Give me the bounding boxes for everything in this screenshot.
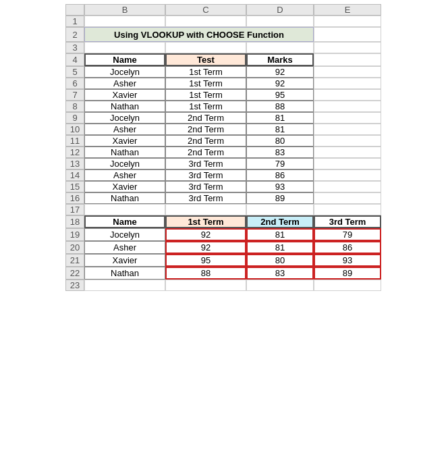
t1-marks-cell: 81 — [246, 112, 314, 124]
col-b: B — [84, 4, 165, 16]
row-13: 13 — [65, 158, 84, 169]
row-8: 8 — [65, 101, 84, 112]
t1-name-cell: Xavier — [84, 135, 165, 147]
row-7: 7 — [65, 89, 84, 101]
t1-name-cell: Xavier — [84, 89, 165, 101]
table-row: 19 Jocelyn 92 81 79 — [65, 228, 383, 241]
row-1: 1 — [65, 16, 84, 27]
table2-body: 19 Jocelyn 92 81 79 20 Asher 92 81 86 21… — [65, 228, 383, 280]
t2-name-cell: Nathan — [84, 267, 165, 280]
row-19: 19 — [65, 228, 84, 241]
row-10: 10 — [65, 124, 84, 135]
t1-test-cell: 3rd Term — [165, 181, 246, 192]
t1-col-name: Name — [84, 53, 165, 66]
t2-name-cell: Asher — [84, 241, 165, 254]
t2-val1-cell: 88 — [165, 267, 246, 280]
t1-marks-cell: 80 — [246, 135, 314, 147]
t2-val2-cell: 80 — [246, 254, 314, 267]
row-14: 14 — [65, 169, 84, 181]
t2-val2-cell: 81 — [246, 228, 314, 241]
t1-name-cell: Nathan — [84, 192, 165, 204]
table-row: 9 Jocelyn 2nd Term 81 — [65, 112, 383, 124]
row-6: 6 — [65, 78, 84, 89]
row-11: 11 — [65, 135, 84, 147]
t2-val1-cell: 95 — [165, 254, 246, 267]
corner-cell — [65, 4, 84, 16]
row-18: 18 — [65, 215, 84, 228]
t1-marks-cell: 89 — [246, 192, 314, 204]
table-row: 13 Jocelyn 3rd Term 79 — [65, 158, 383, 169]
t1-test-cell: 2nd Term — [165, 124, 246, 135]
t2-val2-cell: 81 — [246, 241, 314, 254]
t1-marks-cell: 93 — [246, 181, 314, 192]
t2-val3-cell: 89 — [314, 267, 381, 280]
table-row: 14 Asher 3rd Term 86 — [65, 169, 383, 181]
table-row: 8 Nathan 1st Term 88 — [65, 101, 383, 112]
t1-col-marks: Marks — [246, 53, 314, 66]
t1-marks-cell: 83 — [246, 147, 314, 158]
table-row: 22 Nathan 88 83 89 — [65, 267, 383, 280]
t1-name-cell: Jocelyn — [84, 158, 165, 169]
table-row: 21 Xavier 95 80 93 — [65, 254, 383, 267]
row-3: 3 — [65, 42, 84, 53]
t1-name-cell: Nathan — [84, 147, 165, 158]
t2-name-cell: Jocelyn — [84, 228, 165, 241]
row-16: 16 — [65, 192, 84, 204]
row-22: 22 — [65, 267, 84, 280]
row-2: 2 — [65, 27, 84, 42]
table-row: 15 Xavier 3rd Term 93 — [65, 181, 383, 192]
t1-name-cell: Asher — [84, 124, 165, 135]
t1-marks-cell: 81 — [246, 124, 314, 135]
t2-val3-cell: 79 — [314, 228, 381, 241]
t2-col-name: Name — [84, 215, 165, 228]
t2-col-1st: 1st Term — [165, 215, 246, 228]
t1-marks-cell: 92 — [246, 78, 314, 89]
row-5: 5 — [65, 66, 84, 78]
table-row: 12 Nathan 2nd Term 83 — [65, 147, 383, 158]
t1-marks-cell: 88 — [246, 101, 314, 112]
t1-test-cell: 1st Term — [165, 101, 246, 112]
t2-val1-cell: 92 — [165, 241, 246, 254]
row-9: 9 — [65, 112, 84, 124]
row-4: 4 — [65, 53, 84, 66]
row-17: 17 — [65, 204, 84, 215]
table1-body: 5 Jocelyn 1st Term 92 6 Asher 1st Term 9… — [65, 66, 383, 204]
col-c: C — [165, 4, 246, 16]
t1-test-cell: 2nd Term — [165, 147, 246, 158]
t1-test-cell: 1st Term — [165, 78, 246, 89]
t1-test-cell: 1st Term — [165, 66, 246, 78]
t2-name-cell: Xavier — [84, 254, 165, 267]
t2-val1-cell: 92 — [165, 228, 246, 241]
row-20: 20 — [65, 241, 84, 254]
table-row: 5 Jocelyn 1st Term 92 — [65, 66, 383, 78]
t1-col-test: Test — [165, 53, 246, 66]
t1-name-cell: Asher — [84, 78, 165, 89]
t1-marks-cell: 86 — [246, 169, 314, 181]
table-row: 11 Xavier 2nd Term 80 — [65, 135, 383, 147]
table-row: 20 Asher 92 81 86 — [65, 241, 383, 254]
t1-name-cell: Asher — [84, 169, 165, 181]
t1-test-cell: 3rd Term — [165, 158, 246, 169]
t2-col-2nd: 2nd Term — [246, 215, 314, 228]
t2-col-3rd: 3rd Term — [314, 215, 381, 228]
t2-val3-cell: 86 — [314, 241, 381, 254]
t1-name-cell: Nathan — [84, 101, 165, 112]
col-d: D — [246, 4, 314, 16]
table-row: 16 Nathan 3rd Term 89 — [65, 192, 383, 204]
t1-marks-cell: 92 — [246, 66, 314, 78]
t1-test-cell: 2nd Term — [165, 135, 246, 147]
col-e: E — [314, 4, 381, 16]
t2-val2-cell: 83 — [246, 267, 314, 280]
table-row: 10 Asher 2nd Term 81 — [65, 124, 383, 135]
title-cell: Using VLOOKUP with CHOOSE Function — [84, 27, 314, 42]
row-21: 21 — [65, 254, 84, 267]
t1-marks-cell: 95 — [246, 89, 314, 101]
t1-test-cell: 2nd Term — [165, 112, 246, 124]
t1-name-cell: Jocelyn — [84, 112, 165, 124]
t1-test-cell: 3rd Term — [165, 169, 246, 181]
row-12: 12 — [65, 147, 84, 158]
table-row: 7 Xavier 1st Term 95 — [65, 89, 383, 101]
t2-val3-cell: 93 — [314, 254, 381, 267]
t1-marks-cell: 79 — [246, 158, 314, 169]
row-15: 15 — [65, 181, 84, 192]
